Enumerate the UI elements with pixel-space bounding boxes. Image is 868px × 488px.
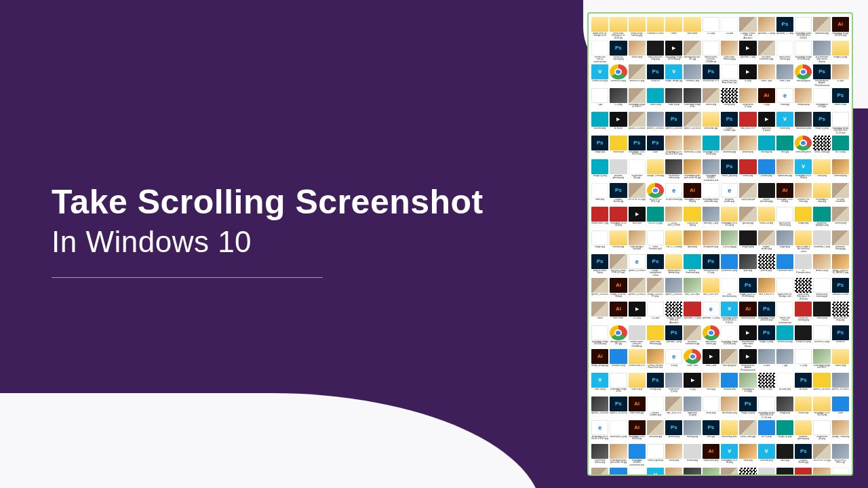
- file-item[interactable]: speech_201903021601.ogg: [591, 278, 608, 300]
- file-item[interactable]: chrome.png: [832, 207, 849, 228]
- file-item[interactable]: 7.jpg: [591, 88, 608, 110]
- file-item[interactable]: church-of-nativity.png: [610, 41, 627, 62]
- file-item[interactable]: image (5).png: [832, 41, 849, 62]
- file-item[interactable]: WhatsApp Image at 6.30.27: [813, 349, 830, 371]
- file-item[interactable]: download (2).png: [684, 136, 701, 157]
- file-item[interactable]: WhatsApp 2019-04.png: [795, 468, 812, 476]
- file-item[interactable]: Screenshot (7).png: [739, 88, 756, 110]
- file-item[interactable]: invoice.pdf: [610, 136, 627, 157]
- file-item[interactable]: 3-1.png resolution: [758, 468, 775, 476]
- file-item[interactable]: download.jpg: [647, 420, 664, 442]
- file-item[interactable]: 7.jpg: [776, 349, 793, 371]
- file-item[interactable]: speech_201903310942.ogg: [684, 112, 701, 134]
- file-item[interactable]: golf-ball.jpg: [739, 207, 756, 228]
- file-item[interactable]: Slide 6.png: [832, 349, 849, 371]
- file-item[interactable]: man-lying.psd: [721, 349, 738, 371]
- file-item[interactable]: Slide 8.png: [703, 88, 719, 110]
- file-item[interactable]: WPJPGP15-SP.4.1.gif: [832, 444, 849, 466]
- file-item[interactable]: install-lucky-backup.jpg: [813, 278, 830, 300]
- file-item[interactable]: mith.jpg: [776, 136, 793, 157]
- file-item[interactable]: Slide 2.psd: [776, 64, 793, 86]
- file-item[interactable]: Anonymous-will-137.jpg: [684, 41, 701, 62]
- file-item[interactable]: 2019-04-06 18.png: [684, 207, 701, 228]
- file-item[interactable]: speech_201903300842.ogg: [665, 112, 682, 134]
- file-item[interactable]: image_design.jpg: [591, 349, 608, 371]
- file-item[interactable]: BAI_3410.JPG: [665, 396, 682, 418]
- file-item[interactable]: xprender_1 0.png: [684, 302, 701, 323]
- file-item[interactable]: download (1).jpeg: [758, 112, 775, 134]
- file-item[interactable]: download.png: [739, 302, 756, 323]
- file-item[interactable]: Speed-test.png: [703, 444, 719, 466]
- file-item[interactable]: video-gregen-key.mp4: [629, 230, 646, 252]
- file-item[interactable]: Voice-Promote.mp3: [647, 230, 664, 252]
- file-item[interactable]: 12.psd: [832, 64, 849, 86]
- file-item[interactable]: just-hand-1.png: [721, 254, 738, 276]
- file-item[interactable]: indian-rupee-coins-on-219438.jpg: [703, 41, 719, 62]
- file-item[interactable]: by-home-economics.jpg: [758, 41, 775, 62]
- file-item[interactable]: invoice.pdf: [795, 396, 812, 418]
- file-item[interactable]: eksam-form.1.jpg: [776, 468, 793, 476]
- file-item[interactable]: Removing-fur-Adobe.png: [665, 254, 682, 276]
- file-item[interactable]: WhatsApp noise-pod uction-10.jpg: [684, 159, 701, 181]
- file-item[interactable]: speech_201903290852.ogg: [629, 112, 646, 134]
- file-item[interactable]: by-home-economics.jpg: [684, 325, 701, 347]
- file-item[interactable]: journal.png: [758, 254, 775, 276]
- file-item[interactable]: Demo: [591, 302, 608, 323]
- file-item[interactable]: image.png: [795, 207, 812, 228]
- file-item[interactable]: New folder: [610, 302, 627, 323]
- file-item[interactable]: Release170 final: [647, 17, 664, 39]
- file-item[interactable]: 13.jpg: [684, 373, 701, 394]
- file-item[interactable]: 5-1.png: [610, 88, 627, 110]
- file-item[interactable]: Slide 8.png: [665, 88, 682, 110]
- file-item[interactable]: WhatsApp 5-step.png: [739, 468, 756, 476]
- file-item[interactable]: WPJPGP15-SP.4.1.gif: [647, 183, 664, 205]
- file-item[interactable]: Contact Details SRS and Abg.docx: [739, 17, 756, 39]
- file-item[interactable]: Slide 7.psd: [684, 349, 701, 371]
- file-item[interactable]: NDTV.png: [832, 136, 849, 157]
- file-item[interactable]: ANMOL.png: [813, 254, 830, 276]
- file-item[interactable]: speech_201903291622.ogg: [832, 373, 849, 394]
- file-item[interactable]: image_2018-04-26.png: [610, 278, 627, 300]
- file-item[interactable]: image-background 1.png: [647, 254, 664, 276]
- file-item[interactable]: download (1).jpeg: [684, 396, 701, 418]
- file-item[interactable]: image (3).png: [776, 420, 793, 442]
- file-item[interactable]: Slide 2.psd: [703, 349, 719, 371]
- file-item[interactable]: label.png: [591, 183, 608, 205]
- file-item[interactable]: WhatsApp noise-pod uction-10.jpg: [610, 444, 627, 466]
- file-item[interactable]: vimeo.png: [665, 444, 682, 466]
- file-item[interactable]: How to open a file from that up.txt: [795, 230, 812, 252]
- file-item[interactable]: direct.pdf: [813, 468, 830, 476]
- file-item[interactable]: WhatsApp Image at 6a: [610, 373, 627, 394]
- file-item[interactable]: 152.psd: [721, 17, 738, 39]
- file-item[interactable]: 16 pics resize.jpg: [665, 183, 682, 205]
- file-item[interactable]: notepad.png: [795, 88, 812, 110]
- file-item[interactable]: download.jpg: [721, 136, 738, 157]
- file-item[interactable]: Slide 8.png: [629, 373, 646, 394]
- file-item[interactable]: Untitled-1.png: [610, 349, 627, 371]
- file-item[interactable]: WhatsApp 2019-03-24.png: [813, 396, 830, 418]
- file-item[interactable]: Ellen-Berg.docx: [721, 420, 738, 442]
- file-item[interactable]: 3-1.png resolution: [832, 183, 849, 205]
- file-item[interactable]: WhatsApp Image 2019-04.png: [721, 325, 738, 347]
- file-item[interactable]: youtube-gaming.png: [795, 420, 812, 442]
- file-item[interactable]: speech_201903011607.ogg: [665, 278, 682, 300]
- file-item[interactable]: William-Cadden.png: [721, 112, 738, 134]
- file-item[interactable]: simple-download.jpg: [684, 468, 701, 476]
- file-item[interactable]: yash.png: [739, 254, 756, 276]
- file-item[interactable]: Release170 final: [832, 278, 849, 300]
- file-item[interactable]: WhatsApp at 4.13.jpg: [813, 88, 830, 110]
- file-item[interactable]: boost.png: [776, 112, 793, 134]
- file-item[interactable]: simple-download.jpg: [758, 183, 775, 205]
- file-item[interactable]: screen-009.png: [776, 325, 793, 347]
- file-item[interactable]: WhatsApp Video 2019-03-10 at 9.05.01: [795, 17, 812, 39]
- file-item[interactable]: download (2).png: [610, 420, 627, 442]
- file-item[interactable]: Contact Details SRS and Abg.docx: [665, 302, 682, 323]
- file-item[interactable]: xprender_9.png: [739, 41, 756, 62]
- file-item[interactable]: dejan-krsm-anovic.jpg: [703, 325, 719, 347]
- file-item[interactable]: Speed-test.png: [776, 159, 793, 181]
- file-item[interactable]: WhatsApp Image 2019-02.png: [832, 17, 849, 39]
- file-item[interactable]: IMG_3378.JPG: [703, 278, 719, 300]
- file-item[interactable]: 152.psd: [647, 302, 664, 323]
- file-item[interactable]: screen-009.png: [591, 64, 608, 86]
- file-item[interactable]: d-head.png: [684, 444, 701, 466]
